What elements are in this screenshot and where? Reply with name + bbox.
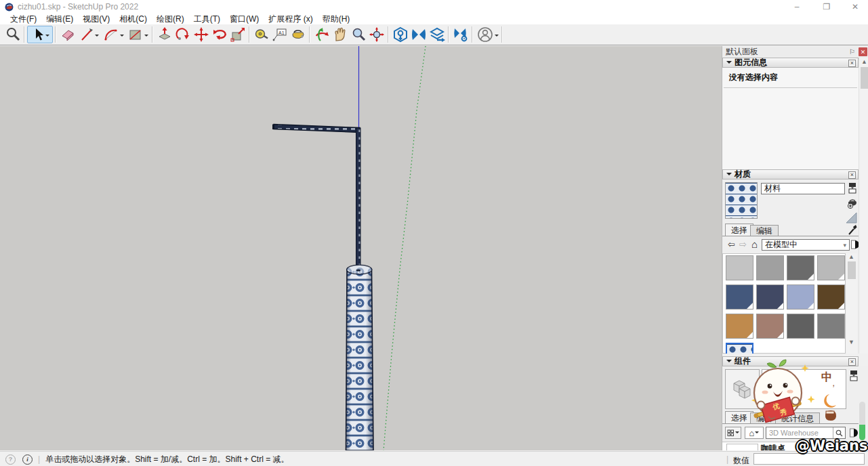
components-header[interactable]: 组件 × <box>722 356 859 366</box>
material-swatch[interactable] <box>817 284 845 310</box>
follow-me-tool-button[interactable] <box>173 26 192 43</box>
menu-extensions[interactable]: 扩展程序 (x) <box>264 14 317 25</box>
push-pull-tool-button[interactable] <box>155 26 173 43</box>
details-arrow-icon[interactable] <box>851 239 859 250</box>
collapse-triangle-icon[interactable] <box>726 360 732 365</box>
extension-warehouse-button[interactable] <box>391 26 409 43</box>
scrollbar-thumb[interactable] <box>848 261 856 279</box>
materials-close-icon[interactable]: × <box>848 171 856 179</box>
arc-tool-button[interactable] <box>101 26 125 43</box>
divider: | <box>726 454 728 464</box>
components-close-icon[interactable]: × <box>848 358 856 366</box>
materials-scrollbar[interactable]: ▲ ▼ <box>846 253 857 354</box>
scroll-up-icon[interactable]: ▲ <box>859 58 868 65</box>
toolbar-separator <box>249 26 250 43</box>
materials-header[interactable]: 材质 × <box>722 169 859 179</box>
entity-info-body: 没有选择内容 <box>722 68 859 169</box>
tray-close-icon[interactable]: ✕ <box>859 47 867 56</box>
material-swatch[interactable] <box>756 284 784 310</box>
components-tab-edit[interactable]: 编辑 <box>750 412 779 424</box>
component-item-thumbnail[interactable] <box>726 444 758 450</box>
model-viewport[interactable] <box>0 46 722 450</box>
home-icon[interactable]: ⌂ <box>751 238 758 250</box>
info-icon[interactable]: i <box>22 454 33 465</box>
tape-measure-tool-button[interactable] <box>252 26 270 43</box>
pan-tool-button[interactable] <box>331 26 349 43</box>
measurement-input[interactable] <box>753 453 865 465</box>
material-swatch[interactable] <box>787 284 814 310</box>
components-tab-select[interactable]: 选择 <box>725 411 753 424</box>
orbit-tool-button[interactable] <box>312 26 331 43</box>
select-tool-button[interactable] <box>27 26 53 43</box>
forward-arrow-icon[interactable]: ⇨ <box>739 240 747 249</box>
skin-extension-button[interactable] <box>428 26 446 43</box>
create-material-icon[interactable] <box>847 197 858 209</box>
eraser-tool-button[interactable] <box>58 26 77 43</box>
menu-file[interactable]: 文件(F) <box>5 14 41 25</box>
material-swatch[interactable] <box>787 314 814 339</box>
text-tool-button[interactable]: A1 <box>270 26 289 43</box>
material-swatch[interactable] <box>756 255 784 280</box>
eyedropper-icon[interactable] <box>848 224 857 236</box>
menu-help[interactable]: 帮助(H) <box>318 14 355 25</box>
menu-draw[interactable]: 绘图(R) <box>152 14 189 25</box>
material-preview-thumbnail[interactable] <box>725 182 758 219</box>
lamp-pole[interactable] <box>356 128 361 270</box>
menu-edit[interactable]: 编辑(E) <box>41 14 78 25</box>
minimize-button[interactable]: – <box>782 0 812 14</box>
details-arrow-icon[interactable] <box>850 427 858 438</box>
material-swatch[interactable] <box>726 284 753 310</box>
components-tab-statistics[interactable]: 统计信息 <box>775 412 820 424</box>
account-button[interactable] <box>475 26 499 43</box>
component-description-box <box>762 369 846 409</box>
extension-settings-button[interactable] <box>451 26 470 43</box>
material-swatch[interactable] <box>726 343 753 354</box>
pin-icon[interactable]: ⚐ <box>849 48 855 56</box>
sample-paint-icon[interactable] <box>846 212 857 224</box>
menu-camera[interactable]: 相机(C) <box>115 14 152 25</box>
close-button[interactable]: ✕ <box>840 0 868 14</box>
scroll-up-icon[interactable]: ▲ <box>846 253 856 260</box>
material-swatch[interactable] <box>817 255 845 280</box>
loft-extension-button[interactable] <box>409 26 428 43</box>
search-button[interactable] <box>833 427 845 438</box>
line-tool-button[interactable] <box>77 26 101 43</box>
entity-info-header[interactable]: 图元信息 × <box>722 58 859 68</box>
secondary-pane-icon[interactable] <box>848 182 857 194</box>
entity-info-close-icon[interactable]: × <box>848 60 856 67</box>
secondary-pane-icon[interactable] <box>850 370 859 382</box>
material-swatch[interactable] <box>817 314 845 339</box>
material-swatch[interactable] <box>787 255 814 280</box>
rotate-tool-button[interactable] <box>210 26 228 43</box>
rectangle-tool-button[interactable] <box>125 26 150 43</box>
scale-tool-button[interactable] <box>228 26 247 43</box>
help-icon[interactable]: ? <box>5 454 16 465</box>
menu-tools[interactable]: 工具(T) <box>189 14 225 25</box>
overlay-scrollbar[interactable] <box>859 402 865 440</box>
materials-tab-select[interactable]: 选择 <box>725 224 753 236</box>
material-scope-dropdown[interactable]: 在模型中 ▾ <box>762 239 850 251</box>
component-preview-thumbnail[interactable] <box>725 369 760 409</box>
menu-view[interactable]: 视图(V) <box>78 14 115 25</box>
components-home-button[interactable]: ⌂ <box>745 427 764 439</box>
component-item-name[interactable]: 咖啡桌 <box>761 443 785 450</box>
zoom-extents-button[interactable] <box>367 26 386 43</box>
tray-scrollbar[interactable]: ▲ <box>859 58 868 354</box>
material-name-input[interactable]: 材料 <box>761 183 845 194</box>
zoom-window-icon[interactable] <box>3 26 22 43</box>
material-swatch[interactable] <box>726 255 753 280</box>
menu-window[interactable]: 窗口(W) <box>225 14 264 25</box>
material-swatch[interactable] <box>726 314 753 339</box>
material-swatch[interactable] <box>756 314 784 339</box>
materials-tab-edit[interactable]: 编辑 <box>750 225 779 236</box>
collapse-triangle-icon[interactable] <box>726 61 732 66</box>
restore-button[interactable]: ❐ <box>812 0 842 14</box>
view-options-button[interactable] <box>725 427 741 439</box>
move-tool-button[interactable] <box>192 26 210 43</box>
paint-bucket-tool-button[interactable] <box>289 26 307 43</box>
scrollbar-thumb[interactable] <box>861 67 868 89</box>
collapse-triangle-icon[interactable] <box>726 173 732 178</box>
scroll-down-icon[interactable]: ▼ <box>846 339 856 345</box>
back-arrow-icon[interactable]: ⇦ <box>728 240 735 249</box>
zoom-tool-button[interactable] <box>349 26 367 43</box>
